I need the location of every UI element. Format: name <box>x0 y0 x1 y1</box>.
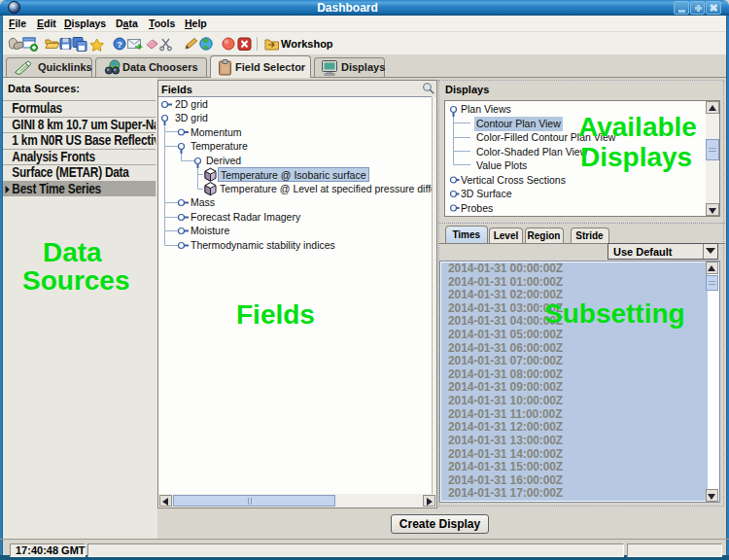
svg-text:?: ? <box>117 40 122 50</box>
